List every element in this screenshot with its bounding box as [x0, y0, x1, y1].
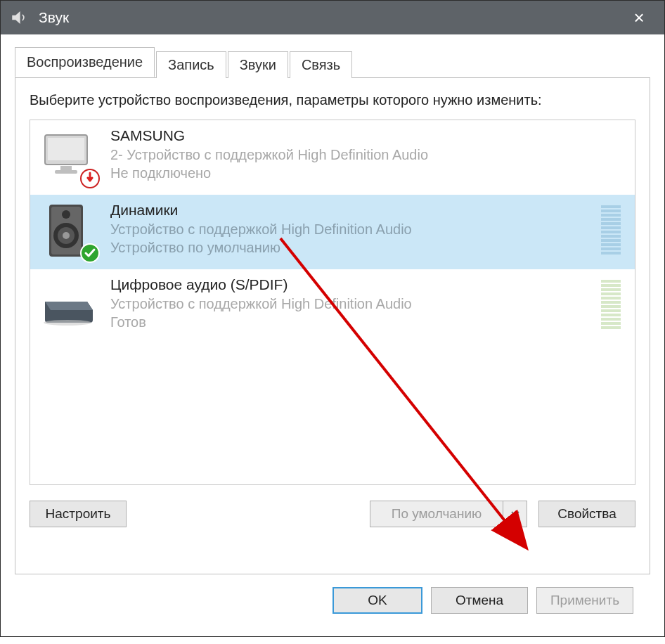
configure-button[interactable]: Настроить: [30, 501, 127, 527]
level-meter: [600, 278, 622, 335]
device-item-spdif[interactable]: Цифровое аудио (S/PDIF) Устройство с под…: [30, 269, 635, 344]
titlebar: Звук ×: [1, 1, 664, 34]
sound-icon: [9, 8, 29, 27]
svg-rect-16: [601, 222, 621, 225]
device-item-samsung[interactable]: SAMSUNG 2- Устройство с поддержкой High …: [30, 120, 635, 195]
svg-point-24: [44, 320, 91, 326]
svg-rect-12: [601, 205, 621, 208]
svg-rect-31: [601, 305, 621, 308]
svg-rect-25: [601, 280, 621, 283]
svg-rect-35: [601, 322, 621, 325]
svg-rect-28: [601, 292, 621, 295]
device-list[interactable]: SAMSUNG 2- Устройство с поддержкой High …: [30, 120, 635, 485]
svg-rect-33: [601, 314, 621, 316]
dialog-buttons: OK Отмена Применить: [15, 574, 650, 626]
svg-rect-32: [601, 309, 621, 312]
tab-communications[interactable]: Связь: [290, 51, 352, 78]
device-status: Готов: [110, 313, 594, 331]
set-default-dropdown[interactable]: [503, 501, 527, 527]
device-status: Не подключено: [110, 164, 626, 182]
svg-rect-22: [601, 247, 621, 250]
set-default-button[interactable]: По умолчанию: [370, 501, 503, 527]
device-desc: 2- Устройство с поддержкой High Definiti…: [110, 146, 626, 164]
window-title: Звук: [39, 9, 69, 26]
device-item-speakers[interactable]: Динамики Устройство с поддержкой High De…: [30, 195, 635, 269]
svg-rect-1: [48, 138, 84, 160]
svg-rect-30: [601, 301, 621, 304]
svg-point-10: [63, 232, 70, 239]
device-name: Динамики: [110, 202, 594, 219]
svg-rect-17: [601, 226, 621, 229]
ok-button[interactable]: OK: [332, 587, 422, 614]
svg-rect-15: [601, 218, 621, 221]
client-area: Воспроизведение Запись Звуки Связь Выбер…: [1, 34, 664, 636]
apply-button[interactable]: Применить: [536, 587, 633, 614]
svg-rect-36: [601, 326, 621, 329]
level-meter: [600, 204, 622, 260]
device-status: Устройство по умолчанию: [110, 238, 594, 257]
svg-rect-29: [601, 297, 621, 300]
svg-rect-27: [601, 288, 621, 291]
svg-rect-3: [55, 170, 77, 174]
tab-recording[interactable]: Запись: [156, 51, 226, 78]
close-button[interactable]: ×: [621, 1, 657, 34]
svg-rect-2: [60, 166, 72, 170]
error-badge-icon: [79, 168, 101, 189]
panel-buttons: Настроить По умолчанию Свойства: [30, 501, 635, 527]
instruction-text: Выберите устройство воспроизведения, пар…: [30, 91, 635, 110]
device-name: SAMSUNG: [110, 127, 626, 144]
tab-panel-playback: Выберите устройство воспроизведения, пар…: [15, 78, 650, 574]
svg-point-7: [62, 210, 70, 219]
tab-strip: Воспроизведение Запись Звуки Связь: [15, 47, 650, 78]
svg-rect-14: [601, 214, 621, 217]
svg-rect-20: [601, 239, 621, 242]
svg-rect-19: [601, 235, 621, 238]
check-badge-icon: [79, 243, 101, 264]
svg-rect-13: [601, 210, 621, 212]
svg-rect-21: [601, 243, 621, 246]
device-name: Цифровое аудио (S/PDIF): [110, 276, 594, 293]
device-desc: Устройство с поддержкой High Definition …: [110, 220, 594, 238]
chevron-down-icon: [511, 511, 519, 517]
set-default-split-button[interactable]: По умолчанию: [370, 501, 527, 527]
svg-rect-18: [601, 231, 621, 233]
svg-rect-34: [601, 318, 621, 321]
svg-rect-26: [601, 284, 621, 287]
speaker-icon: [39, 202, 99, 262]
tab-sounds[interactable]: Звуки: [228, 51, 288, 78]
svg-rect-23: [601, 252, 621, 255]
digital-audio-icon: [39, 276, 99, 337]
cancel-button[interactable]: Отмена: [431, 587, 528, 614]
monitor-icon: [39, 127, 99, 188]
properties-button[interactable]: Свойства: [538, 501, 635, 527]
device-desc: Устройство с поддержкой High Definition …: [110, 295, 594, 313]
sound-dialog: Звук × Воспроизведение Запись Звуки Связ…: [0, 0, 665, 637]
tab-playback[interactable]: Воспроизведение: [15, 47, 155, 77]
